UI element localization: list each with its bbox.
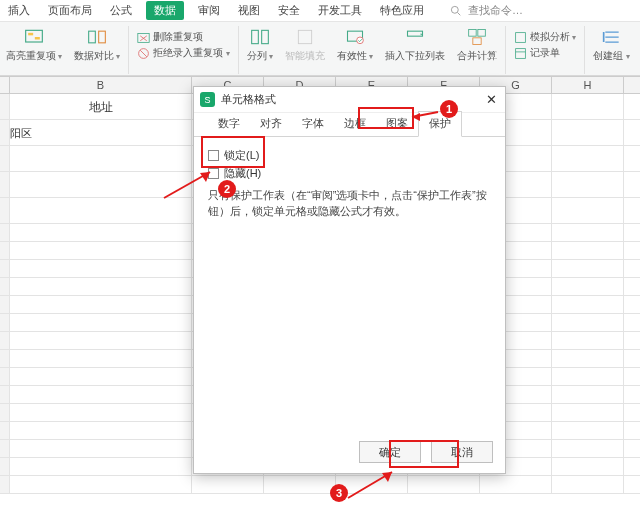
cell-partial[interactable]: 阳区 <box>10 120 192 145</box>
ribbon-dup-group: 删除重复项 拒绝录入重复项 <box>133 26 238 74</box>
svg-line-1 <box>458 13 461 16</box>
insert-dropdown-icon <box>404 26 426 48</box>
svg-rect-3 <box>28 33 33 36</box>
ribbon-smart-fill: 智能填充 <box>281 26 329 74</box>
ribbon-record-form[interactable]: 记录单 <box>514 46 560 60</box>
ribbon-data-compare[interactable]: 数据对比 <box>70 26 129 74</box>
ribbon-group[interactable]: 创建组 <box>589 26 633 74</box>
menu-security[interactable]: 安全 <box>274 1 304 20</box>
dialog-footer: 确定 取消 <box>359 441 493 463</box>
menu-page-layout[interactable]: 页面布局 <box>44 1 96 20</box>
svg-rect-14 <box>298 30 311 43</box>
tab-border[interactable]: 边框 <box>334 112 376 136</box>
menu-devtools[interactable]: 开发工具 <box>314 1 366 20</box>
svg-rect-20 <box>473 38 481 45</box>
menu-review[interactable]: 审阅 <box>194 1 224 20</box>
ribbon-highlight-dup[interactable]: 高亮重复项 <box>2 26 66 74</box>
menu-data[interactable]: 数据 <box>146 1 184 20</box>
ribbon-what-if[interactable]: 模拟分析 <box>514 30 576 44</box>
record-form-icon <box>514 47 527 60</box>
svg-rect-21 <box>516 32 526 42</box>
validation-icon <box>344 26 366 48</box>
what-if-icon <box>514 31 527 44</box>
group-icon <box>601 26 623 48</box>
tab-align[interactable]: 对齐 <box>250 112 292 136</box>
search-placeholder: 查找命令… <box>464 1 527 20</box>
cell-format-dialog: S 单元格格式 ✕ 数字 对齐 字体 边框 图案 保护 锁定(L) 隐藏(H) … <box>193 86 506 474</box>
hide-checkbox[interactable]: 隐藏(H) <box>208 166 491 181</box>
consolidate-icon <box>466 26 488 48</box>
ribbon-validation[interactable]: 有效性 <box>333 26 377 74</box>
tab-font[interactable]: 字体 <box>292 112 334 136</box>
checkbox-icon <box>208 168 219 179</box>
svg-rect-22 <box>516 48 526 58</box>
menu-special[interactable]: 特色应用 <box>376 1 428 20</box>
header-address[interactable]: 地址 <box>10 94 192 119</box>
ribbon-consolidate[interactable]: 合并计算 <box>453 26 506 74</box>
svg-rect-19 <box>478 30 486 37</box>
dialog-titlebar: S 单元格格式 ✕ <box>194 87 505 113</box>
svg-point-16 <box>357 37 364 44</box>
lock-checkbox[interactable]: 锁定(L) <box>208 148 491 163</box>
svg-rect-2 <box>26 30 43 42</box>
menu-formula[interactable]: 公式 <box>106 1 136 20</box>
remove-dup-icon <box>137 31 150 44</box>
checkbox-icon <box>208 150 219 161</box>
dialog-body: 锁定(L) 隐藏(H) 只有保护工作表（在“审阅”选项卡中，点击“保护工作表”按… <box>194 137 505 437</box>
svg-rect-6 <box>99 31 106 43</box>
ribbon-text-to-columns[interactable]: 分列 <box>243 26 277 74</box>
svg-rect-18 <box>469 30 477 37</box>
ribbon: 高亮重复项 数据对比 删除重复项 拒绝录入重复项 分列 智能填充 有效性 插入下… <box>0 22 640 76</box>
menu-view[interactable]: 视图 <box>234 1 264 20</box>
cancel-button[interactable]: 取消 <box>431 441 493 463</box>
ribbon-analysis-group: 模拟分析 记录单 <box>510 26 585 74</box>
svg-rect-12 <box>251 30 258 43</box>
search-icon <box>450 5 461 16</box>
svg-rect-4 <box>35 37 40 40</box>
smart-fill-icon <box>294 26 316 48</box>
split-icon <box>249 26 271 48</box>
svg-rect-13 <box>261 30 268 43</box>
command-search[interactable]: 查找命令… <box>446 0 531 22</box>
ok-button[interactable]: 确定 <box>359 441 421 463</box>
ribbon-reject-dup[interactable]: 拒绝录入重复项 <box>137 46 229 60</box>
highlight-dup-icon <box>23 26 45 48</box>
menu-insert[interactable]: 插入 <box>4 1 34 20</box>
tab-protect[interactable]: 保护 <box>418 111 462 137</box>
tab-number[interactable]: 数字 <box>208 112 250 136</box>
dialog-title: 单元格格式 <box>221 92 276 107</box>
data-compare-icon <box>86 26 108 48</box>
svg-rect-5 <box>89 31 96 43</box>
hide-label: 隐藏(H) <box>224 166 261 181</box>
ribbon-insert-dropdown[interactable]: 插入下拉列表 <box>381 26 449 74</box>
dialog-tabs: 数字 对齐 字体 边框 图案 保护 <box>194 113 505 137</box>
col-b[interactable]: B <box>10 77 192 93</box>
wps-logo-icon: S <box>200 92 215 107</box>
svg-line-11 <box>141 50 148 57</box>
ribbon-remove-dup[interactable]: 删除重复项 <box>137 30 203 44</box>
dialog-close-button[interactable]: ✕ <box>483 92 499 108</box>
svg-point-0 <box>451 6 458 13</box>
protect-hint: 只有保护工作表（在“审阅”选项卡中，点击“保护工作表”按钮）后，锁定单元格或隐藏… <box>208 187 491 219</box>
tab-pattern[interactable]: 图案 <box>376 112 418 136</box>
main-menu: 插入 页面布局 公式 数据 审阅 视图 安全 开发工具 特色应用 查找命令… <box>0 0 640 22</box>
lock-label: 锁定(L) <box>224 148 259 163</box>
reject-dup-icon <box>137 47 150 60</box>
col-h[interactable]: H <box>552 77 624 93</box>
